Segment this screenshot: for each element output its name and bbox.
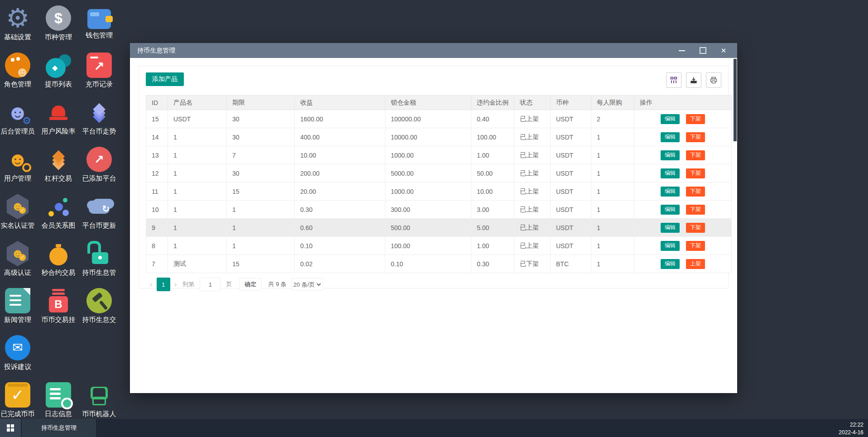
cell-limit: 2 bbox=[591, 110, 634, 128]
export-icon[interactable] bbox=[686, 72, 701, 88]
desktop-shortcut[interactable]: 新闻管理 bbox=[0, 284, 38, 331]
toggle-shelf-button[interactable]: 下架 bbox=[686, 114, 705, 124]
desktop-shortcut[interactable]: 高级认证 bbox=[0, 237, 38, 284]
desktop-shortcut[interactable]: 持币生息管 bbox=[79, 237, 120, 284]
desktop-shortcut[interactable]: 投诉建议 bbox=[0, 331, 38, 379]
desktop-shortcut-icon bbox=[46, 241, 71, 266]
taskbar-item-active[interactable]: 持币生息管理 bbox=[22, 419, 96, 437]
cell-profit: 200.00 bbox=[295, 164, 385, 182]
cell-limit: 1 bbox=[591, 128, 634, 146]
close-icon[interactable] bbox=[720, 47, 727, 54]
desktop-shortcut-label: 日志信息 bbox=[45, 410, 72, 418]
confirm-button[interactable]: 确定 bbox=[239, 278, 262, 291]
desktop-shortcut[interactable]: 基础设置 bbox=[0, 2, 38, 49]
cell-actions: 编辑 下架 bbox=[634, 237, 732, 255]
cell-term: 15 bbox=[227, 182, 295, 201]
window-scrollbar-thumb[interactable] bbox=[734, 59, 737, 141]
edit-button[interactable]: 编辑 bbox=[661, 205, 680, 215]
toggle-shelf-button[interactable]: 下架 bbox=[686, 223, 705, 233]
toggle-shelf-button[interactable]: 下架 bbox=[686, 205, 705, 215]
print-icon[interactable] bbox=[706, 72, 721, 88]
toggle-shelf-button[interactable]: 下架 bbox=[686, 168, 705, 178]
desktop-shortcut[interactable]: 币币交易挂 bbox=[38, 284, 79, 331]
desktop-shortcut-label: 币币交易挂 bbox=[42, 316, 76, 324]
desktop-shortcut[interactable]: 钱包管理 bbox=[79, 2, 120, 49]
desktop-shortcut-icon bbox=[5, 194, 30, 219]
edit-button[interactable]: 编辑 bbox=[661, 132, 680, 142]
toggle-shelf-button[interactable]: 下架 bbox=[686, 187, 705, 197]
desktop-shortcut[interactable]: 币种管理 bbox=[38, 2, 79, 49]
columns-filter-icon[interactable] bbox=[666, 72, 681, 88]
add-product-button[interactable]: 添加产品 bbox=[146, 72, 184, 86]
desktop-shortcut-icon bbox=[5, 147, 30, 172]
cell-profit: 400.00 bbox=[295, 128, 385, 146]
cell-actions: 编辑 下架 bbox=[634, 164, 732, 182]
edit-button[interactable]: 编辑 bbox=[661, 223, 680, 233]
edit-button[interactable]: 编辑 bbox=[661, 259, 680, 269]
column-header: 期限 bbox=[227, 96, 295, 110]
desktop-shortcut[interactable]: 秒合约交易 bbox=[38, 237, 79, 284]
desktop-shortcut-icon bbox=[87, 9, 111, 29]
cell-actions: 编辑 下架 bbox=[634, 219, 732, 237]
cell-id: 12 bbox=[146, 164, 168, 182]
cell-limit: 1 bbox=[591, 219, 634, 237]
desktop-shortcut-label: 平台币更新 bbox=[82, 221, 116, 230]
cell-actions: 编辑 下架 bbox=[634, 146, 732, 164]
window-controls bbox=[678, 47, 730, 54]
edit-button[interactable]: 编辑 bbox=[661, 241, 680, 251]
table-tool-icons bbox=[666, 72, 721, 88]
current-page-button[interactable]: 1 bbox=[157, 278, 170, 291]
cell-product-name: 1 bbox=[168, 201, 227, 219]
table-card: 添加产品 bbox=[139, 66, 729, 288]
cell-status: 已上架 bbox=[514, 201, 551, 219]
prev-page-icon[interactable]: ‹ bbox=[146, 280, 157, 289]
cell-term: 15 bbox=[227, 255, 295, 273]
desktop-shortcut-label: 用户管理 bbox=[4, 174, 31, 183]
desktop-shortcut[interactable]: 提币列表 bbox=[38, 49, 79, 96]
desktop-shortcut-icon bbox=[86, 241, 112, 266]
edit-button[interactable]: 编辑 bbox=[661, 114, 680, 124]
table-row: 14 1 30 400.00 10000.00 100.00 已上架 USDT … bbox=[146, 128, 732, 146]
maximize-icon[interactable] bbox=[699, 47, 706, 54]
desktop-shortcut[interactable]: 平台币更新 bbox=[79, 190, 120, 237]
desktop-shortcut[interactable]: 会员关系图 bbox=[38, 190, 79, 237]
cell-coin: USDT bbox=[551, 164, 591, 182]
goto-suffix-label: 页 bbox=[226, 280, 232, 288]
cell-product-name: 1 bbox=[168, 128, 227, 146]
desktop-shortcut[interactable]: 用户风险率 bbox=[38, 96, 79, 143]
desktop-shortcut-label: 后台管理员 bbox=[1, 127, 35, 136]
desktop-shortcut[interactable]: 充币记录 bbox=[79, 49, 120, 96]
cell-status: 已上架 bbox=[514, 146, 551, 164]
edit-button[interactable]: 编辑 bbox=[661, 150, 680, 160]
cell-lock-amount: 100.00 bbox=[385, 237, 471, 255]
goto-page-input[interactable] bbox=[200, 278, 221, 291]
table-row: 9 1 1 0.60 500.00 5.00 已上架 USDT 1 编辑 下架 bbox=[146, 219, 732, 237]
desktop-shortcut[interactable]: 后台管理员 bbox=[0, 96, 38, 143]
minimize-icon[interactable] bbox=[678, 47, 686, 54]
cell-actions: 编辑 下架 bbox=[634, 110, 732, 128]
cell-id: 8 bbox=[146, 237, 168, 255]
toggle-shelf-button[interactable]: 下架 bbox=[686, 132, 705, 142]
start-button[interactable] bbox=[0, 419, 21, 437]
page-size-select[interactable]: 20 条/页 bbox=[291, 278, 323, 291]
desktop-shortcut[interactable]: 角色管理 bbox=[0, 49, 38, 96]
desktop-shortcut[interactable]: 平台币走势 bbox=[79, 96, 120, 143]
next-page-icon[interactable]: › bbox=[170, 280, 181, 289]
toggle-shelf-button[interactable]: 上架 bbox=[686, 259, 705, 269]
edit-button[interactable]: 编辑 bbox=[661, 168, 680, 178]
desktop-shortcut[interactable]: 杠杆交易 bbox=[38, 143, 79, 190]
desktop-shortcut-icon bbox=[86, 147, 112, 172]
desktop-shortcut[interactable]: 实名认证管 bbox=[0, 190, 38, 237]
toggle-shelf-button[interactable]: 下架 bbox=[686, 241, 705, 251]
cell-profit: 20.00 bbox=[295, 182, 385, 201]
cell-penalty-ratio: 100.00 bbox=[471, 128, 514, 146]
toggle-shelf-button[interactable]: 下架 bbox=[686, 150, 705, 160]
desktop-shortcut[interactable]: 用户管理 bbox=[0, 143, 38, 190]
desktop-shortcut[interactable]: 持币生息交 bbox=[79, 284, 120, 331]
desktop-shortcut[interactable]: 已添加平台 bbox=[79, 143, 120, 190]
desktop-shortcut-label: 投诉建议 bbox=[4, 363, 31, 371]
cell-penalty-ratio: 5.00 bbox=[471, 219, 514, 237]
cell-profit: 0.10 bbox=[295, 237, 385, 255]
edit-button[interactable]: 编辑 bbox=[661, 187, 680, 197]
cell-lock-amount: 1000.00 bbox=[385, 182, 471, 201]
